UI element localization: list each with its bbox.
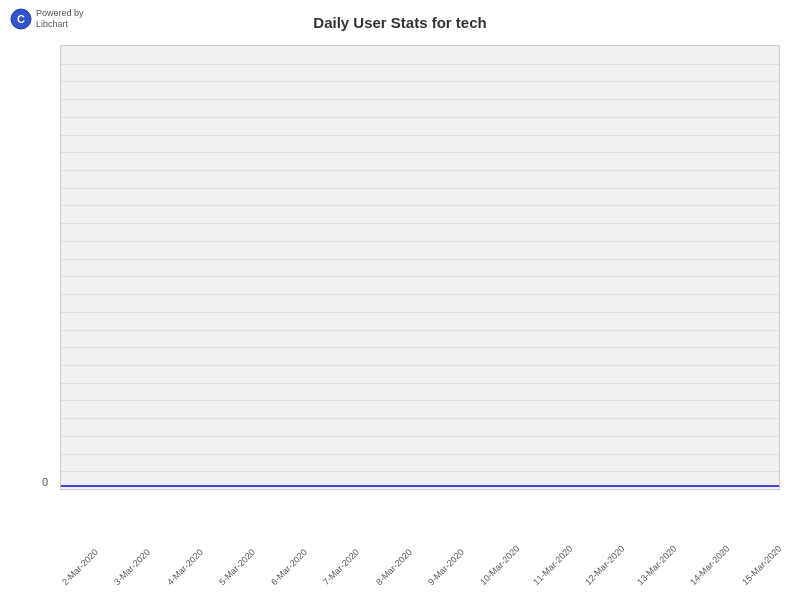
- y-axis: 0: [42, 45, 48, 490]
- x-label-wrap-2: 4-Mar-2020: [165, 580, 205, 590]
- x-label-wrap-11: 13-Mar-2020: [635, 580, 675, 590]
- x-label-13: 15-Mar-2020: [740, 552, 775, 587]
- x-label-wrap-10: 12-Mar-2020: [583, 580, 623, 590]
- data-line: [61, 485, 779, 487]
- x-label-12: 14-Mar-2020: [688, 552, 723, 587]
- x-label-7: 9-Mar-2020: [426, 552, 461, 587]
- x-label-0: 2-Mar-2020: [60, 552, 95, 587]
- x-label-9: 11-Mar-2020: [531, 552, 566, 587]
- x-label-11: 13-Mar-2020: [635, 552, 670, 587]
- x-axis: 2-Mar-2020 3-Mar-2020 4-Mar-2020 5-Mar-2…: [60, 580, 780, 590]
- chart-container: C Powered by Libchart Daily User Stats f…: [0, 0, 800, 600]
- x-label-6: 8-Mar-2020: [374, 552, 409, 587]
- x-label-wrap-8: 10-Mar-2020: [478, 580, 518, 590]
- x-label-2: 4-Mar-2020: [165, 552, 200, 587]
- x-label-3: 5-Mar-2020: [217, 552, 252, 587]
- x-label-1: 3-Mar-2020: [112, 552, 147, 587]
- x-label-4: 6-Mar-2020: [269, 552, 304, 587]
- x-label-5: 7-Mar-2020: [321, 552, 356, 587]
- x-label-wrap-7: 9-Mar-2020: [426, 580, 466, 590]
- x-label-10: 12-Mar-2020: [583, 552, 618, 587]
- x-label-8: 10-Mar-2020: [478, 552, 513, 587]
- x-label-wrap-0: 2-Mar-2020: [60, 580, 100, 590]
- x-label-wrap-1: 3-Mar-2020: [112, 580, 152, 590]
- grid-lines: [61, 46, 779, 489]
- x-label-wrap-3: 5-Mar-2020: [217, 580, 257, 590]
- x-label-wrap-6: 8-Mar-2020: [374, 580, 414, 590]
- chart-plot-area: [60, 45, 780, 490]
- x-label-wrap-12: 14-Mar-2020: [688, 580, 728, 590]
- x-label-wrap-9: 11-Mar-2020: [531, 580, 571, 590]
- x-label-wrap-5: 7-Mar-2020: [321, 580, 361, 590]
- x-label-wrap-13: 15-Mar-2020: [740, 580, 780, 590]
- chart-title: Daily User Stats for tech: [0, 14, 800, 31]
- y-axis-label-0: 0: [42, 476, 48, 490]
- x-label-wrap-4: 6-Mar-2020: [269, 580, 309, 590]
